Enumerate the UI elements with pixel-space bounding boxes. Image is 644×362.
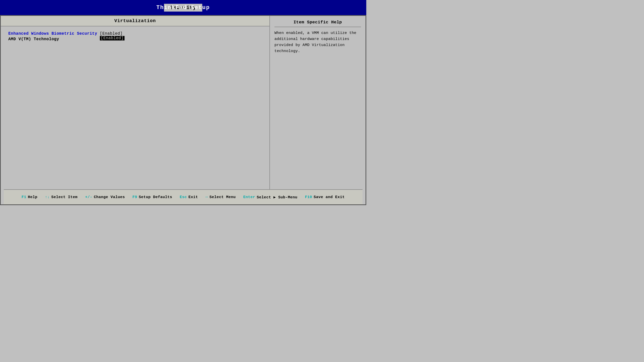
item-value-2-selected[interactable]: [Enabled] (100, 36, 125, 40)
item-label-1: Enhanced Windows Biometric Security (8, 31, 97, 36)
outer-border: Virtualization Enhanced Windows Biometri… (0, 15, 366, 205)
key-group-f1: F1 Help (22, 195, 37, 199)
item-label-2: AMD V(TM) Technology (8, 37, 97, 41)
key-arrows-desc: Select Item (51, 195, 78, 199)
bottom-bar: F1 Help ↑↓ Select Item +/- Change Values… (4, 189, 363, 204)
key-plusminus: +/- (85, 195, 92, 199)
key-f9: F9 (132, 195, 137, 199)
key-group-lr: ↔ Select Menu (206, 195, 236, 199)
key-f10: F10 (305, 195, 312, 199)
help-text: When enabled, a VMM can utilize the addi… (274, 30, 361, 54)
key-f9-desc: Setup Defaults (139, 195, 172, 199)
item-value-1: [Enabled] (100, 31, 125, 36)
key-group-f10: F10 Save and Exit (305, 195, 345, 199)
values-col-1: [Enabled] [Enabled] (100, 31, 125, 40)
right-panel: Item Specific Help When enabled, a VMM c… (270, 16, 366, 189)
key-group-f9: F9 Setup Defaults (132, 195, 172, 199)
left-panel: Virtualization Enhanced Windows Biometri… (1, 16, 270, 189)
section-content: Enhanced Windows Biometric Security AMD … (1, 26, 269, 189)
key-enter: Enter (243, 195, 255, 199)
key-group-plusminus: +/- Change Values (85, 195, 125, 199)
key-enter-desc: Select ▶ Sub-Menu (257, 195, 298, 200)
key-lr: ↔ (206, 195, 208, 199)
key-f10-desc: Save and Exit (314, 195, 345, 199)
menu-item-row-1[interactable]: Enhanced Windows Biometric Security AMD … (8, 31, 262, 41)
key-group-esc: Esc Exit (180, 195, 198, 199)
page-title: ThinkPad Setup (156, 5, 210, 11)
key-plusminus-desc: Change Values (94, 195, 125, 199)
content-section: Virtualization Enhanced Windows Biometri… (1, 16, 366, 189)
help-header: Item Specific Help (274, 20, 361, 27)
top-bar: ThinkPad Setup Security (0, 0, 366, 15)
key-f1: F1 (22, 195, 26, 199)
key-lr-desc: Select Menu (210, 195, 236, 199)
key-group-enter: Enter Select ▶ Sub-Menu (243, 195, 297, 200)
labels-col-1: Enhanced Windows Biometric Security AMD … (8, 31, 97, 41)
key-group-arrows: ↑↓ Select Item (45, 195, 78, 199)
key-arrows: ↑↓ (45, 195, 50, 199)
section-header: Virtualization (1, 16, 269, 26)
key-f1-desc: Help (28, 195, 37, 199)
key-esc: Esc (180, 195, 187, 199)
key-esc-desc: Exit (188, 195, 198, 199)
